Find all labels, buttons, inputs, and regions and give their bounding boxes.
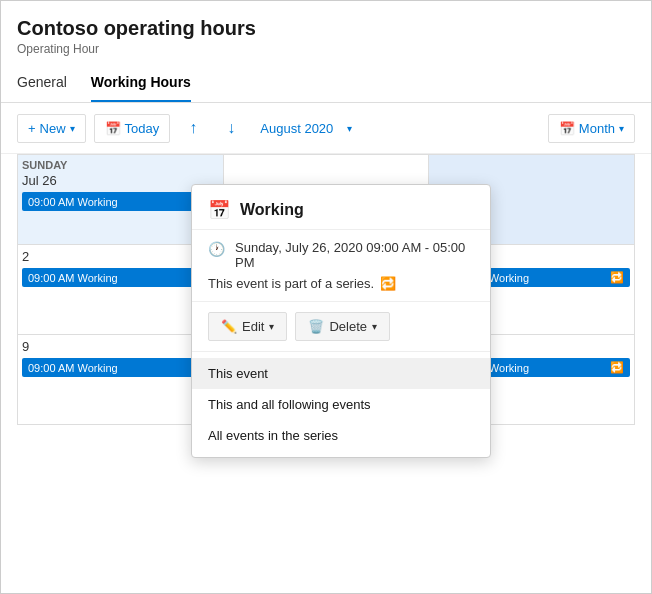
tabs-container: General Working Hours [1,66,651,103]
app-header: Contoso operating hours Operating Hour [1,1,651,56]
chevron-down-icon: ▾ [70,123,75,134]
new-button[interactable]: + New ▾ [17,114,86,143]
menu-item-all-events[interactable]: All events in the series [192,420,490,451]
month-view-button[interactable]: 📅 Month ▾ [548,114,635,143]
day-num-2: 2 [22,249,219,264]
edit-button[interactable]: ✏️ Edit ▾ [208,312,287,341]
menu-item-this-event[interactable]: This event [192,358,490,389]
series-recur-icon: 🔁 [380,276,396,291]
event-bar-9[interactable]: 09:00 AM Working 🔁 [22,358,219,377]
day-num-jul26: Jul 26 [22,173,219,188]
event-bar-2[interactable]: 09:00 AM Working 🔁 [22,268,219,287]
popup-calendar-icon: 📅 [208,199,230,221]
day-name-sunday: Sunday [22,159,219,171]
popup-series-row: This event is part of a series. 🔁 [208,276,474,291]
popup-series-text: This event is part of a series. [208,276,374,291]
popup-header: 📅 Working [192,185,490,230]
month-chevron-icon: ▾ [619,123,624,134]
month-calendar-icon: 📅 [559,121,575,136]
delete-chevron-icon: ▾ [372,321,377,332]
date-label[interactable]: August 2020 [254,117,339,140]
tab-working-hours[interactable]: Working Hours [91,66,191,102]
today-button[interactable]: 📅 Today [94,114,171,143]
popup-edit-menu: This event This and all following events… [192,351,490,457]
calendar-area: Sunday Jul 26 09:00 AM Working 🔁 2 09:00… [1,154,651,425]
next-button[interactable]: ↓ [216,113,246,143]
calendar-icon: 📅 [105,121,121,136]
popup-body: 🕐 Sunday, July 26, 2020 09:00 AM - 05:00… [192,230,490,301]
delete-icon: 🗑️ [308,319,324,334]
event-time-2: 09:00 AM Working [28,272,118,284]
app-subtitle: Operating Hour [17,42,635,56]
delete-button[interactable]: 🗑️ Delete ▾ [295,312,390,341]
event-time-jul26: 09:00 AM Working [28,196,118,208]
popup-datetime-row: 🕐 Sunday, July 26, 2020 09:00 AM - 05:00… [208,240,474,270]
prev-button[interactable]: ↑ [178,113,208,143]
plus-icon: + [28,121,36,136]
clock-icon: 🕐 [208,241,225,257]
tab-general[interactable]: General [17,66,67,102]
popup-actions: ✏️ Edit ▾ 🗑️ Delete ▾ [192,301,490,351]
popup-datetime: Sunday, July 26, 2020 09:00 AM - 05:00 P… [235,240,474,270]
recur-icon-11: 🔁 [610,361,624,374]
event-popup: 📅 Working 🕐 Sunday, July 26, 2020 09:00 … [191,184,491,458]
toolbar: + New ▾ 📅 Today ↑ ↓ August 2020 ▾ 📅 Mont… [1,103,651,154]
menu-item-this-and-following[interactable]: This and all following events [192,389,490,420]
recur-icon-aug4: 🔁 [610,271,624,284]
edit-chevron-icon: ▾ [269,321,274,332]
edit-icon: ✏️ [221,319,237,334]
popup-title: Working [240,201,304,219]
event-time-9: 09:00 AM Working [28,362,118,374]
day-num-9: 9 [22,339,219,354]
event-bar-jul26[interactable]: 09:00 AM Working 🔁 [22,192,219,211]
app-title: Contoso operating hours [17,17,635,40]
date-chevron[interactable]: ▾ [347,123,352,134]
